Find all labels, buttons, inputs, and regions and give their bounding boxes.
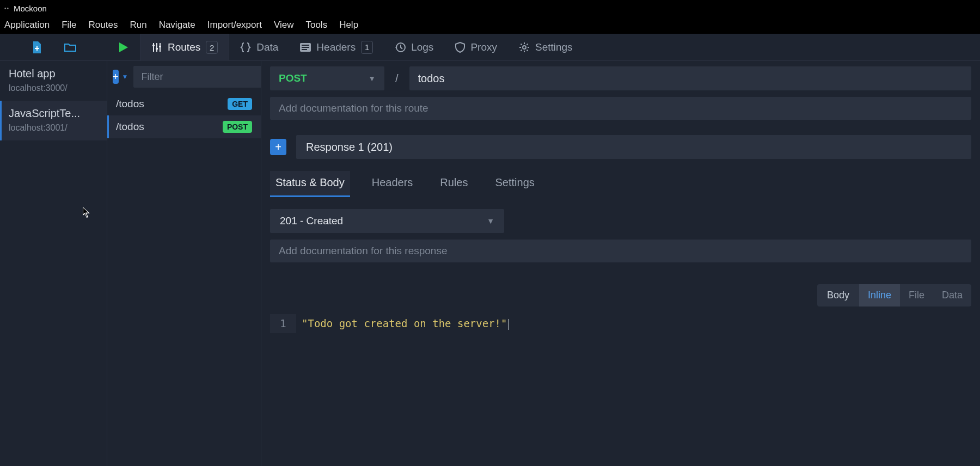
status-code-value: 201 - Created bbox=[280, 215, 343, 227]
response-select[interactable]: Response 1 (201) bbox=[296, 135, 971, 159]
svg-rect-10 bbox=[302, 47, 309, 48]
menu-routes[interactable]: Routes bbox=[89, 20, 118, 30]
app-title: Mockoon bbox=[14, 4, 47, 13]
environments-panel: Hotel app localhost:3000/ JavaScriptTe..… bbox=[0, 61, 107, 466]
main-area: Hotel app localhost:3000/ JavaScriptTe..… bbox=[0, 61, 980, 466]
menubar: Application File Routes Run Navigate Imp… bbox=[0, 16, 980, 34]
subtab-status-body[interactable]: Status & Body bbox=[270, 171, 350, 197]
add-route-dropdown-icon[interactable]: ▼ bbox=[122, 73, 128, 81]
window-dots: •• bbox=[4, 5, 9, 11]
tab-routes-count: 2 bbox=[206, 41, 218, 54]
menu-import-export[interactable]: Import/export bbox=[207, 20, 262, 30]
response-subtabs: Status & Body Headers Rules Settings bbox=[270, 171, 971, 197]
body-mode-label: Body bbox=[817, 284, 859, 306]
titlebar: •• Mockoon bbox=[0, 0, 980, 16]
braces-icon bbox=[240, 42, 251, 53]
tab-proxy[interactable]: Proxy bbox=[444, 34, 508, 60]
start-server-icon[interactable] bbox=[119, 42, 128, 52]
response-documentation-input[interactable] bbox=[270, 240, 971, 262]
svg-rect-11 bbox=[302, 49, 307, 50]
route-item[interactable]: /todos POST bbox=[107, 115, 261, 138]
main-toolbar: Routes 2 Data Headers 1 Logs Pro bbox=[0, 34, 980, 61]
list-icon bbox=[300, 43, 311, 52]
route-path: /todos bbox=[116, 121, 144, 133]
subtab-settings[interactable]: Settings bbox=[490, 171, 540, 197]
tab-headers-label: Headers bbox=[316, 41, 356, 53]
menu-help[interactable]: Help bbox=[339, 20, 358, 30]
subtab-headers[interactable]: Headers bbox=[366, 171, 419, 197]
menu-file[interactable]: File bbox=[62, 20, 76, 30]
new-environment-icon[interactable] bbox=[32, 41, 42, 53]
environment-item[interactable]: Hotel app localhost:3000/ bbox=[0, 61, 107, 101]
routes-panel: + ▼ /todos GET /todos POST bbox=[107, 61, 261, 466]
subtab-rules[interactable]: Rules bbox=[434, 171, 473, 197]
add-response-button[interactable]: + bbox=[270, 139, 286, 155]
routes-filter-input[interactable] bbox=[133, 66, 275, 88]
tab-headers[interactable]: Headers 1 bbox=[289, 34, 384, 60]
route-editor: POST ▼ / + Response 1 (201) Status & Bod… bbox=[261, 61, 980, 466]
method-select-value: POST bbox=[279, 72, 307, 84]
tab-proxy-label: Proxy bbox=[470, 41, 497, 53]
tab-settings-label: Settings bbox=[535, 41, 573, 53]
method-select[interactable]: POST ▼ bbox=[270, 66, 384, 90]
chevron-down-icon: ▼ bbox=[487, 217, 494, 225]
svg-rect-9 bbox=[302, 45, 309, 46]
menu-navigate[interactable]: Navigate bbox=[159, 20, 195, 30]
menu-run[interactable]: Run bbox=[130, 20, 146, 30]
svg-rect-7 bbox=[159, 46, 161, 47]
environment-host: localhost:3001/ bbox=[9, 123, 98, 133]
tab-routes[interactable]: Routes 2 bbox=[140, 34, 229, 60]
menu-application[interactable]: Application bbox=[4, 20, 50, 30]
tab-routes-label: Routes bbox=[168, 41, 200, 53]
add-route-button[interactable]: + bbox=[113, 70, 119, 84]
route-item[interactable]: /todos GET bbox=[107, 93, 261, 115]
route-path: /todos bbox=[116, 98, 144, 110]
shield-icon bbox=[455, 42, 465, 53]
tab-logs[interactable]: Logs bbox=[384, 34, 444, 60]
environment-host: localhost:3000/ bbox=[9, 83, 98, 93]
route-path-input[interactable] bbox=[409, 66, 971, 90]
status-code-select[interactable]: 201 - Created ▼ bbox=[270, 209, 504, 233]
chevron-down-icon: ▼ bbox=[368, 74, 376, 83]
route-documentation-input[interactable] bbox=[270, 97, 971, 120]
tab-settings[interactable]: Settings bbox=[508, 34, 584, 60]
menu-view[interactable]: View bbox=[274, 20, 294, 30]
code-content[interactable]: "Todo got created on the server!" bbox=[296, 314, 971, 333]
body-mode-inline[interactable]: Inline bbox=[859, 284, 900, 306]
method-badge: GET bbox=[228, 98, 252, 110]
svg-rect-1 bbox=[35, 48, 39, 49]
menu-tools[interactable]: Tools bbox=[305, 20, 327, 30]
body-mode-file[interactable]: File bbox=[900, 284, 933, 306]
svg-rect-5 bbox=[152, 45, 155, 46]
method-badge: POST bbox=[223, 121, 252, 133]
path-separator: / bbox=[392, 72, 402, 85]
response-select-value: Response 1 (201) bbox=[306, 141, 393, 154]
body-mode-data[interactable]: Data bbox=[933, 284, 971, 306]
environment-item[interactable]: JavaScriptTe... localhost:3001/ bbox=[0, 101, 107, 140]
environment-name: JavaScriptTe... bbox=[9, 107, 98, 120]
tab-logs-label: Logs bbox=[411, 41, 433, 53]
tab-data[interactable]: Data bbox=[229, 34, 289, 60]
body-editor[interactable]: 1 "Todo got created on the server!" bbox=[270, 314, 971, 333]
svg-rect-6 bbox=[156, 48, 158, 50]
sliders-icon bbox=[151, 42, 162, 53]
open-environment-icon[interactable] bbox=[64, 42, 76, 52]
svg-point-13 bbox=[523, 46, 526, 49]
history-icon bbox=[395, 42, 406, 53]
tab-data-label: Data bbox=[256, 41, 278, 53]
body-mode-switch: Body Inline File Data bbox=[270, 284, 971, 306]
code-gutter: 1 bbox=[270, 314, 296, 333]
environment-name: Hotel app bbox=[9, 68, 98, 80]
gear-icon bbox=[519, 42, 530, 53]
tab-headers-count: 1 bbox=[361, 41, 373, 54]
